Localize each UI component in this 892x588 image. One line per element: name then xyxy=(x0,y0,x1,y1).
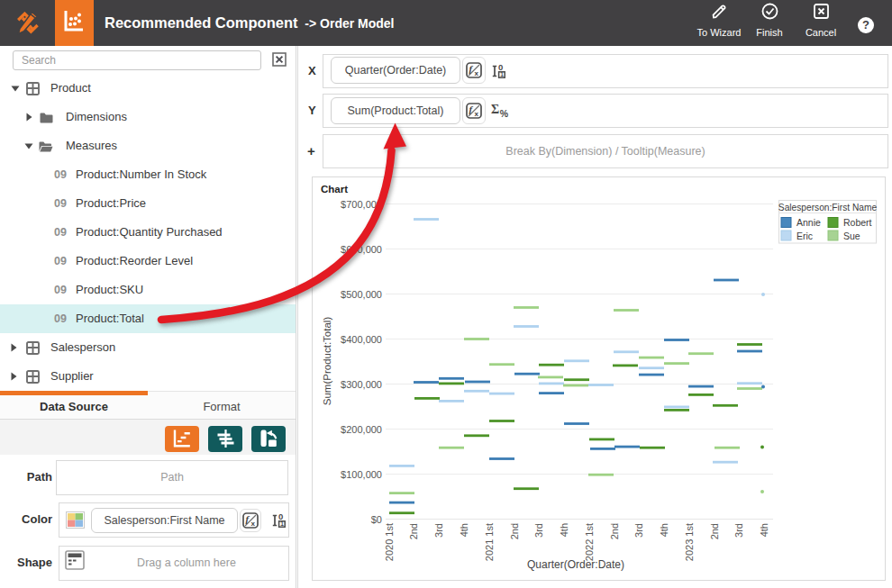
svg-text:4th: 4th xyxy=(659,523,669,537)
svg-text:4th: 4th xyxy=(559,523,569,537)
svg-text:3rd: 3rd xyxy=(433,523,444,538)
svg-text:$600,000: $600,000 xyxy=(341,244,382,255)
svg-text:3rd: 3rd xyxy=(733,523,744,538)
svg-text:4th: 4th xyxy=(459,523,469,537)
svg-text:Robert: Robert xyxy=(843,217,872,228)
svg-text:x: x xyxy=(474,109,478,117)
svg-text:Eric: Eric xyxy=(796,231,813,241)
svg-text:Annie: Annie xyxy=(796,217,821,228)
svg-text:2nd: 2nd xyxy=(408,523,419,539)
svg-text:$0: $0 xyxy=(371,514,382,525)
svg-text:Chart: Chart xyxy=(321,184,348,194)
svg-text:2nd: 2nd xyxy=(709,523,720,539)
svg-text:x: x xyxy=(474,69,478,77)
svg-text:Sue: Sue xyxy=(843,231,860,241)
svg-text:Salesperson:First Name: Salesperson:First Name xyxy=(778,203,878,213)
svg-text:Quarter(Order:Date): Quarter(Order:Date) xyxy=(527,558,624,571)
svg-text:$100,000: $100,000 xyxy=(341,469,382,480)
svg-text:2nd: 2nd xyxy=(609,523,620,539)
svg-text:2020 1st: 2020 1st xyxy=(384,523,395,561)
svg-text:2021 1st: 2021 1st xyxy=(484,523,495,561)
svg-text:3rd: 3rd xyxy=(633,523,644,538)
svg-text:Sum(Product:Total): Sum(Product:Total) xyxy=(322,317,332,406)
svg-text:$700,000: $700,000 xyxy=(341,199,382,210)
svg-text:4th: 4th xyxy=(759,523,769,537)
svg-text:2022 1st: 2022 1st xyxy=(584,523,595,561)
svg-text:1: 1 xyxy=(280,520,284,527)
svg-text:3rd: 3rd xyxy=(533,523,544,538)
svg-text:$400,000: $400,000 xyxy=(341,334,382,345)
svg-text:$200,000: $200,000 xyxy=(341,424,382,435)
svg-text:x: x xyxy=(251,519,256,527)
svg-text:$500,000: $500,000 xyxy=(341,289,382,300)
svg-text:2nd: 2nd xyxy=(509,523,520,539)
svg-text:$300,000: $300,000 xyxy=(341,379,382,390)
svg-text:2023 1st: 2023 1st xyxy=(684,523,695,561)
svg-text:1: 1 xyxy=(500,71,504,77)
